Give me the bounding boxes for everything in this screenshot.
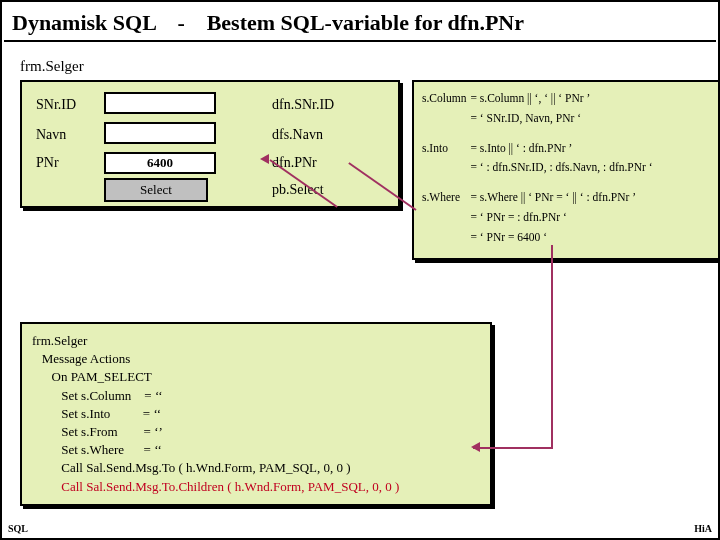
- df-label: dfs.Navn: [222, 120, 340, 150]
- sql-key: s.Where: [422, 189, 470, 209]
- row-label: SNr.ID: [30, 90, 98, 120]
- sql-val: = s.Into || ‘ : dfn.PNr ’: [470, 140, 656, 160]
- arrow-2v: [551, 245, 553, 449]
- code-l: frm.Selger: [32, 333, 87, 348]
- form-row: Navn dfs.Navn: [30, 120, 340, 150]
- df-label: dfn.PNr: [222, 150, 340, 176]
- slide-title: Dynamisk SQL - Bestem SQL-variable for d…: [2, 2, 718, 40]
- form-row: PNr 6400 dfn.PNr: [30, 150, 340, 176]
- form-row-button: Select pb.Select: [30, 176, 340, 204]
- code-l: Call Sal.Send.Msg.To ( h.Wnd.Form, PAM_S…: [32, 460, 351, 475]
- row-label: Navn: [30, 120, 98, 150]
- pnr-input[interactable]: 6400: [104, 152, 216, 174]
- footer-right: HiA: [694, 523, 712, 534]
- sql-val: = ‘ SNr.ID, Navn, PNr ‘: [470, 110, 656, 130]
- sql-val: = s.Column || ‘, ‘ || ‘ PNr ’: [470, 90, 656, 110]
- title-dash: -: [161, 10, 201, 36]
- arrow-2-head: [471, 442, 480, 452]
- code-l: Set s.Into = ‘‘: [32, 406, 161, 421]
- code-l: On PAM_SELECT: [32, 369, 152, 384]
- form-row: SNr.ID dfn.SNr.ID: [30, 90, 340, 120]
- code-l-red: Call Sal.Send.Msg.To.Children ( h.Wnd.Fo…: [32, 479, 399, 494]
- df-label: dfn.SNr.ID: [222, 90, 340, 120]
- code-l: Set s.Column = ‘‘: [32, 388, 163, 403]
- code-box: frm.Selger Message Actions On PAM_SELECT…: [20, 322, 492, 506]
- code-l: Set s.From = ‘’: [32, 424, 163, 439]
- select-button[interactable]: Select: [104, 178, 208, 202]
- form-box: SNr.ID dfn.SNr.ID Navn dfs.Navn PNr 6400…: [20, 80, 400, 208]
- arrow-2: [473, 447, 553, 449]
- sql-val: = ‘ PNr = 6400 ‘: [470, 229, 656, 249]
- title-left: Dynamisk SQL: [12, 10, 156, 35]
- sql-val: = ‘ PNr = : dfn.PNr ‘: [470, 209, 656, 229]
- df-label: pb.Select: [222, 176, 340, 204]
- title-rule: [4, 40, 716, 42]
- footer-left: SQL: [8, 523, 28, 534]
- sql-key: s.Column: [422, 90, 470, 110]
- title-right: Bestem SQL-variable for dfn.PNr: [207, 10, 524, 35]
- navn-input[interactable]: [104, 122, 216, 144]
- sql-key: s.Into: [422, 140, 470, 160]
- code-l: Message Actions: [32, 351, 130, 366]
- code-l: Set s.Where = ‘‘: [32, 442, 162, 457]
- form-name-label: frm.Selger: [20, 58, 84, 75]
- sql-box: s.Column = s.Column || ‘, ‘ || ‘ PNr ’ =…: [412, 80, 720, 260]
- arrow-1-head: [260, 154, 269, 164]
- row-label: PNr: [30, 150, 98, 176]
- snrid-input[interactable]: [104, 92, 216, 114]
- sql-val: = s.Where || ‘ PNr = ‘ || ‘ : dfn.PNr ’: [470, 189, 656, 209]
- code-l: . . .: [32, 497, 78, 512]
- sql-val: = ‘ : dfn.SNr.ID, : dfs.Navn, : dfn.PNr …: [470, 159, 656, 179]
